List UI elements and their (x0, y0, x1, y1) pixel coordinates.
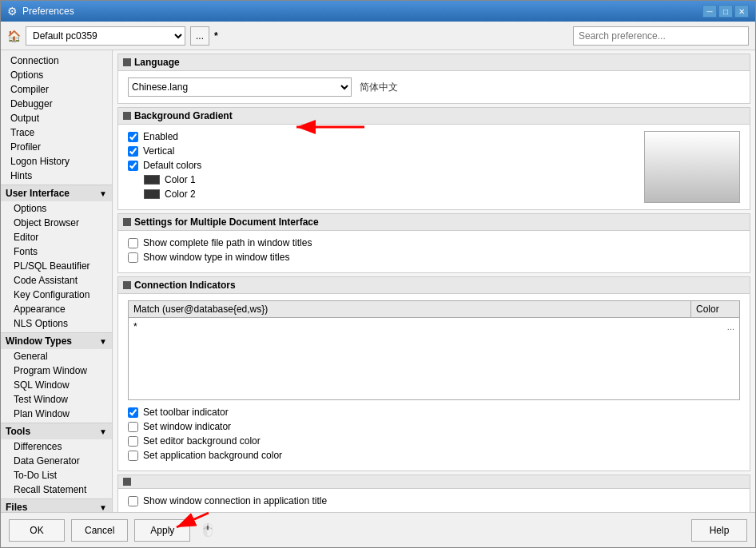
mdi-section-body: Show complete file path in window titles… (118, 231, 750, 272)
window-conn-header (118, 475, 750, 489)
show-wintype-checkbox[interactable] (128, 252, 138, 263)
sidebar-item-todo-list[interactable]: To-Do List (1, 468, 112, 482)
sidebar-item-data-generator[interactable]: Data Generator (1, 454, 112, 468)
maximize-button[interactable]: □ (718, 5, 733, 18)
sidebar-section-window-types[interactable]: Window Types ▼ (1, 332, 112, 349)
modified-marker: * (214, 30, 218, 42)
enabled-checkbox[interactable] (128, 132, 138, 142)
show-filepath-row: Show complete file path in window titles (128, 237, 740, 248)
title-bar-controls: ─ □ ✕ (702, 5, 749, 18)
language-select[interactable]: Chinese.lang (128, 77, 352, 97)
edit-row: ... (129, 318, 739, 336)
sidebar-section-files[interactable]: Files ▼ (1, 498, 112, 512)
section-square-icon-4 (123, 281, 131, 289)
connection-indicators-header: Connection Indicators (118, 277, 750, 294)
sidebar-item-code-assistant[interactable]: Code Assistant (1, 273, 112, 288)
profile-icon: 🏠 (7, 30, 21, 42)
section-label-window-types: Window Types (6, 336, 72, 347)
color2-swatch (144, 189, 160, 199)
sidebar-item-options[interactable]: Options (1, 68, 112, 82)
sidebar-item-debugger[interactable]: Debugger (1, 97, 112, 111)
apply-arrow-indicator (161, 505, 225, 537)
window-indicator-checkbox[interactable] (128, 422, 138, 432)
chevron-down-icon-3: ▼ (99, 427, 107, 436)
ok-button[interactable]: OK (9, 519, 65, 542)
help-button[interactable]: Help (691, 519, 747, 542)
sidebar-item-program-window[interactable]: Program Window (1, 363, 112, 378)
match-column-header: Match (user@database{ed,ws}) (129, 301, 691, 317)
connection-indicators-body: Match (user@database{ed,ws}) Color ... (118, 294, 750, 471)
sidebar-item-compiler[interactable]: Compiler (1, 82, 112, 97)
editor-bg-row: Set editor background color (128, 435, 740, 447)
sidebar-item-appearance[interactable]: Appearance (1, 302, 112, 316)
sidebar-item-differences[interactable]: Differences (1, 439, 112, 454)
sidebar-item-general[interactable]: General (1, 349, 112, 363)
vertical-checkbox[interactable] (128, 146, 138, 157)
sidebar-item-logon-history[interactable]: Logon History (1, 154, 112, 169)
cancel-button[interactable]: Cancel (71, 519, 128, 542)
sidebar-item-ui-options[interactable]: Options (1, 201, 112, 216)
sidebar-item-profiler[interactable]: Profiler (1, 140, 112, 154)
color2-label: Color 2 (165, 189, 196, 200)
sidebar-item-plan-window[interactable]: Plan Window (1, 407, 112, 421)
search-input[interactable] (573, 26, 749, 46)
sidebar-item-trace[interactable]: Trace (1, 125, 112, 140)
title-bar-left: ⚙ Preferences (7, 5, 74, 18)
sidebar-item-nls-options[interactable]: NLS Options (1, 316, 112, 331)
sidebar-item-fonts[interactable]: Fonts (1, 244, 112, 259)
default-colors-label: Default colors (143, 160, 201, 171)
app-bg-row: Set application background color (128, 450, 740, 461)
color-dots-button[interactable]: ... (727, 322, 734, 332)
color2-row: Color 2 (128, 189, 628, 200)
default-colors-row: Default colors (128, 160, 628, 171)
editor-bg-label: Set editor background color (143, 435, 261, 447)
show-filepath-checkbox[interactable] (128, 238, 138, 248)
match-input[interactable] (132, 320, 688, 334)
toolbar-indicator-checkbox[interactable] (128, 407, 138, 418)
section-label-tools: Tools (6, 426, 30, 437)
window-indicator-row: Set window indicator (128, 421, 740, 432)
sidebar-item-plsql-beautifier[interactable]: PL/SQL Beautifier (1, 259, 112, 273)
default-colors-checkbox[interactable] (128, 161, 138, 171)
svg-line-3 (177, 513, 209, 527)
background-section-body: Enabled Vertical Default colors (118, 125, 750, 209)
app-bg-checkbox[interactable] (128, 451, 138, 461)
app-bg-label: Set application background color (143, 450, 282, 461)
sidebar-item-editor[interactable]: Editor (1, 230, 112, 244)
connection-indicators-label: Connection Indicators (134, 280, 236, 291)
preferences-window: ⚙ Preferences ─ □ ✕ 🏠 Default pc0359 ...… (0, 0, 756, 548)
sidebar-item-test-window[interactable]: Test Window (1, 392, 112, 407)
show-conn-title-checkbox[interactable] (128, 496, 138, 506)
title-bar: ⚙ Preferences ─ □ ✕ (1, 1, 755, 22)
bg-options: Enabled Vertical Default colors (128, 131, 628, 203)
minimize-button[interactable]: ─ (702, 5, 717, 18)
close-button[interactable]: ✕ (734, 5, 749, 18)
match-input-cell (129, 318, 691, 336)
language-section-body: Chinese.lang 简体中文 (118, 71, 750, 103)
lang-arrow-indicator (288, 111, 368, 143)
editor-bg-checkbox[interactable] (128, 436, 138, 447)
color1-row: Color 1 (128, 174, 628, 185)
sidebar-section-user-interface[interactable]: User Interface ▼ (1, 185, 112, 201)
indicators-table: Match (user@database{ed,ws}) Color ... (128, 300, 740, 400)
sidebar-item-output[interactable]: Output (1, 111, 112, 125)
sidebar-item-hints[interactable]: Hints (1, 169, 112, 183)
sidebar-item-sql-window[interactable]: SQL Window (1, 378, 112, 392)
section-square-icon-5 (123, 478, 131, 486)
sidebar-section-tools[interactable]: Tools ▼ (1, 423, 112, 439)
sidebar-item-connection[interactable]: Connection (1, 54, 112, 68)
chevron-down-icon-2: ▼ (99, 337, 107, 346)
content-area: Language Chinese.lang (113, 50, 755, 512)
section-square-icon (123, 58, 131, 66)
toolbar-indicator-label: Set toolbar indicator (143, 407, 229, 418)
chevron-down-icon: ▼ (99, 189, 107, 198)
window-indicator-label: Set window indicator (143, 421, 231, 432)
color-column-header: Color (691, 301, 739, 317)
sidebar: Connection Options Compiler Debugger Out… (1, 50, 113, 512)
sidebar-item-object-browser[interactable]: Object Browser (1, 216, 112, 230)
more-button[interactable]: ... (190, 26, 209, 46)
sidebar-item-recall-statement[interactable]: Recall Statement (1, 482, 112, 497)
profile-select[interactable]: Default pc0359 (26, 26, 185, 46)
sidebar-item-key-configuration[interactable]: Key Configuration (1, 288, 112, 302)
language-header-label: Language (134, 57, 180, 68)
